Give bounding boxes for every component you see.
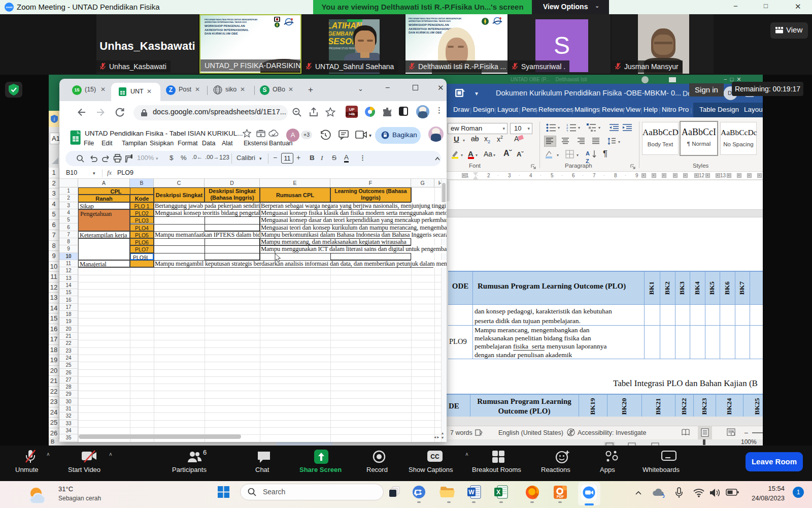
svg-text:CC: CC [430, 453, 439, 460]
svg-text:W: W [468, 489, 475, 496]
svg-text:X: X [496, 489, 500, 496]
svg-text:PDF: PDF [557, 495, 564, 498]
svg-text:x: x [480, 432, 482, 436]
svg-text:3: 3 [566, 130, 568, 132]
svg-text:i: i [54, 116, 55, 122]
